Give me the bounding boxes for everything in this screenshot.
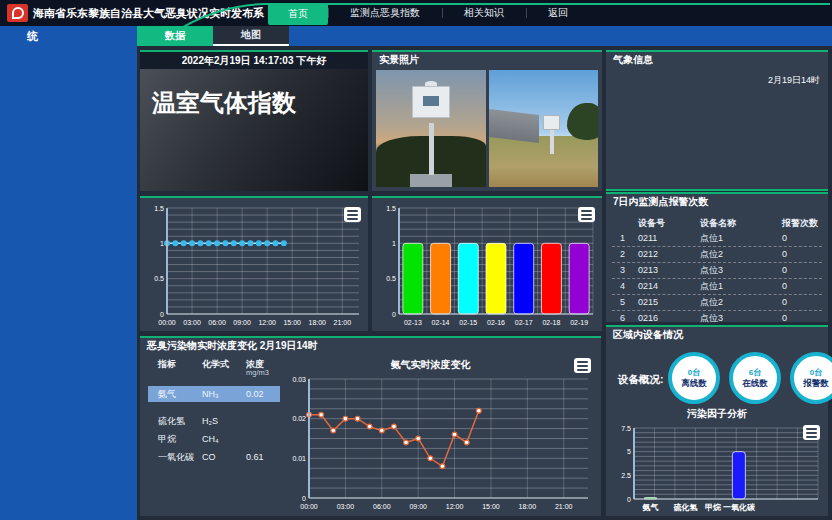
svg-text:1: 1 xyxy=(392,240,396,247)
svg-text:0: 0 xyxy=(160,311,164,318)
tabs-row: 统 数据地图 xyxy=(0,26,832,46)
nav-item-link[interactable]: 监测点恶臭指数 xyxy=(328,0,442,26)
odor-pollutants-title: 恶臭污染物实时浓度变化 2月19日14时 xyxy=(140,338,601,354)
photo1-monitor-box xyxy=(412,86,450,118)
alarm-table-body: 10211点位1020212点位2030213点位3040214点位105021… xyxy=(612,231,822,327)
app-header: 海南省乐东黎族自治县大气恶臭状况实时发布系 首页监测点恶臭指数相关知识返回 xyxy=(0,0,832,26)
hourly-index-line-chart-panel: 00.511.500:0003:0006:0009:0012:0015:0018… xyxy=(140,196,368,331)
devices-panel: 区域内设备情况 设备概况: 0台离线数6台在线数0台报警数 污染因子分析 02.… xyxy=(606,325,828,516)
svg-text:18:00: 18:00 xyxy=(308,319,326,326)
device-stat-circle: 0台离线数 xyxy=(668,352,720,404)
view-tabs: 数据地图 xyxy=(137,26,289,46)
hamburger-menu-icon[interactable] xyxy=(803,425,820,440)
svg-text:0.01: 0.01 xyxy=(292,455,306,462)
alarm-col-header: 设备名称 xyxy=(700,216,736,231)
pollutant-col-header: 指标 xyxy=(158,358,176,371)
svg-text:02-18: 02-18 xyxy=(542,319,560,326)
alarm-table-row: 30213点位30 xyxy=(612,263,822,279)
svg-text:02-17: 02-17 xyxy=(515,319,533,326)
device-stats: 0台离线数6台在线数0台报警数 xyxy=(668,352,832,406)
weather-panel: 气象信息 2月19日14时 xyxy=(606,50,828,191)
svg-text:09:00: 09:00 xyxy=(409,503,427,510)
svg-text:1.5: 1.5 xyxy=(154,205,164,212)
svg-text:7.5: 7.5 xyxy=(621,425,631,432)
weather-panel-title: 气象信息 xyxy=(606,52,828,68)
alarms-panel: 7日内监测点报警次数 设备号设备名称报警次数 10211点位1020212点位2… xyxy=(606,192,828,322)
alarm-col-header: 设备号 xyxy=(638,216,665,231)
site-photo-1[interactable] xyxy=(376,70,486,187)
device-overview-label: 设备概况: xyxy=(618,373,664,387)
svg-text:02-16: 02-16 xyxy=(487,319,505,326)
svg-text:1: 1 xyxy=(160,240,164,247)
svg-text:15:00: 15:00 xyxy=(283,319,301,326)
photo2-pole xyxy=(550,128,554,154)
svg-text:2.5: 2.5 xyxy=(621,472,631,479)
alarm-table-row: 20212点位20 xyxy=(612,247,822,263)
svg-text:5: 5 xyxy=(627,448,631,455)
svg-text:15:00: 15:00 xyxy=(482,503,500,510)
svg-text:21:00: 21:00 xyxy=(555,503,573,510)
svg-text:一氧化碳: 一氧化碳 xyxy=(723,503,756,512)
greenhouse-gas-headline: 温室气体指数 xyxy=(140,69,368,191)
pollutant-table-row[interactable]: 硫化氢H₂S xyxy=(148,413,280,429)
alarm-table: 设备号设备名称报警次数 10211点位1020212点位2030213点位304… xyxy=(612,216,822,316)
pollutant-unit-label: mg/m3 xyxy=(246,368,269,377)
odor-pollutants-panel: 恶臭污染物实时浓度变化 2月19日14时 指标化学式浓度mg/m3 氨气NH₃0… xyxy=(140,336,601,516)
app-title-line1: 海南省乐东黎族自治县大气恶臭状况实时发布系 xyxy=(33,0,264,26)
alarm-col-header: 报警次数 xyxy=(782,216,818,231)
site-photo-2[interactable] xyxy=(489,70,599,187)
photos-panel: 实景照片 xyxy=(372,50,602,191)
daily-bar-chart: 00.511.502-1302-1402-1502-1602-1702-1802… xyxy=(374,201,600,328)
photo1-antenna xyxy=(425,81,437,86)
svg-text:0: 0 xyxy=(627,496,631,503)
svg-text:03:00: 03:00 xyxy=(337,503,355,510)
app-title-line2: 统 xyxy=(27,26,38,46)
nh3-chart-title: 氨气实时浓度变化 xyxy=(290,358,571,372)
svg-text:02-14: 02-14 xyxy=(432,319,450,326)
svg-text:氨气: 氨气 xyxy=(642,503,659,512)
svg-text:12:00: 12:00 xyxy=(258,319,276,326)
pollutant-table-row[interactable]: 甲烷CH₄ xyxy=(148,431,280,447)
svg-text:09:00: 09:00 xyxy=(233,319,251,326)
pollutant-chart-title: 污染因子分析 xyxy=(606,407,828,421)
tab-data[interactable]: 数据 xyxy=(137,26,213,46)
pollutant-col-header: 化学式 xyxy=(202,358,229,371)
pollutant-table: 指标化学式浓度mg/m3 氨气NH₃0.02硫化氢H₂S甲烷CH₄一氧化碳CO0… xyxy=(148,356,284,510)
svg-text:0.5: 0.5 xyxy=(386,275,396,282)
nh3-line-chart: 00.010.020.0300:0003:0006:0009:0012:0015… xyxy=(282,372,595,512)
greeting-panel: 2022年2月19日 14:17:03 下午好 温室气体指数 xyxy=(140,50,368,191)
tab-map[interactable]: 地图 xyxy=(213,26,289,46)
svg-text:02-13: 02-13 xyxy=(404,319,422,326)
svg-text:0.5: 0.5 xyxy=(154,275,164,282)
svg-text:0.03: 0.03 xyxy=(292,376,306,383)
photo1-pedestal xyxy=(410,174,452,187)
alarms-panel-title: 7日内监测点报警次数 xyxy=(606,194,828,210)
alarm-table-header: 设备号设备名称报警次数 xyxy=(612,216,822,231)
svg-text:02-19: 02-19 xyxy=(570,319,588,326)
alarm-table-row: 40214点位10 xyxy=(612,279,822,295)
hamburger-menu-icon[interactable] xyxy=(344,207,361,222)
daily-bar-chart-panel: 00.511.502-1302-1402-1502-1602-1702-1802… xyxy=(372,196,602,331)
alarm-table-row: 50215点位20 xyxy=(612,295,822,311)
datetime-text: 2022年2月19日 14:17:03 下午好 xyxy=(140,52,368,69)
devices-panel-title: 区域内设备情况 xyxy=(606,327,828,343)
pollutant-table-header: 指标化学式浓度mg/m3 xyxy=(148,358,284,378)
hamburger-menu-icon[interactable] xyxy=(578,207,595,222)
pollutant-table-row[interactable]: 氨气NH₃0.02 xyxy=(148,386,280,402)
svg-text:00:00: 00:00 xyxy=(158,319,176,326)
pollutant-factor-chart: 02.557.5氨气硫化氢甲烷一氧化碳 xyxy=(609,421,825,513)
svg-text:21:00: 21:00 xyxy=(334,319,352,326)
photo2-monitor-box xyxy=(543,115,560,130)
nav-item-link[interactable]: 返回 xyxy=(526,0,590,26)
sidebar xyxy=(0,46,137,520)
svg-text:03:00: 03:00 xyxy=(183,319,201,326)
nav-item-home[interactable]: 首页 xyxy=(268,3,328,25)
nav-item-link[interactable]: 相关知识 xyxy=(442,0,526,26)
pollutant-table-row[interactable]: 一氧化碳CO0.61 xyxy=(148,449,280,465)
app-logo xyxy=(7,4,28,22)
svg-text:0.02: 0.02 xyxy=(292,415,306,422)
hamburger-menu-icon[interactable] xyxy=(574,358,591,373)
svg-text:1.5: 1.5 xyxy=(386,205,396,212)
svg-text:0: 0 xyxy=(302,495,306,502)
svg-text:12:00: 12:00 xyxy=(446,503,464,510)
